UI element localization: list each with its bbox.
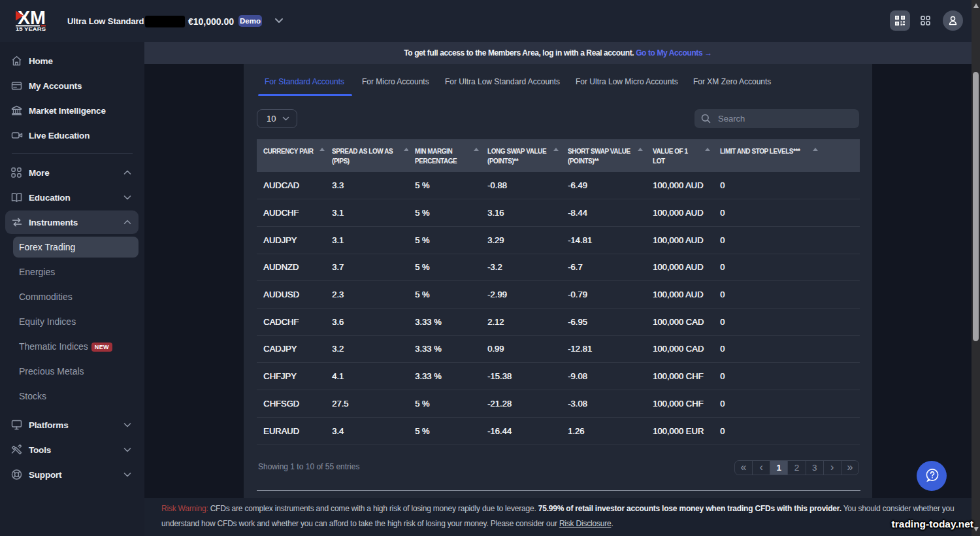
svg-text:15 YEARS: 15 YEARS xyxy=(16,26,46,32)
